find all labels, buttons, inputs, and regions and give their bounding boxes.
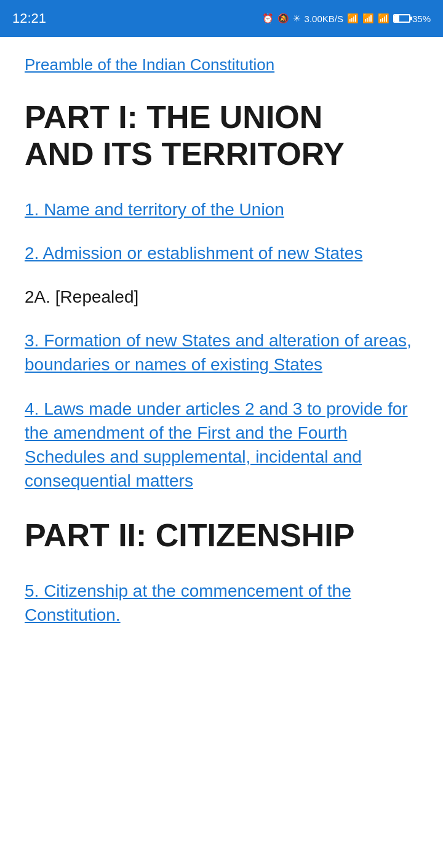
status-bar: 12:21 ⏰ 🔕 ✳ 3.00KB/S 📶 📶 📶 35% <box>0 0 443 37</box>
article-1-link[interactable]: 1. Name and territory of the Union <box>25 197 418 221</box>
preamble-link[interactable]: Preamble of the Indian Constitution <box>25 55 418 74</box>
article-2-link[interactable]: 2. Admission or establishment of new Sta… <box>25 241 418 265</box>
article-2a-static: 2A. [Repealed] <box>25 285 418 309</box>
signal-icon-2: 📶 <box>378 13 389 24</box>
battery-box <box>393 14 410 23</box>
battery-indicator: 35% <box>393 14 431 24</box>
alarm-icon: ⏰ <box>262 13 274 24</box>
battery-fill <box>394 15 399 22</box>
battery-percent: 35% <box>412 14 431 24</box>
part-1-heading: PART I: THE UNIONAND ITS TERRITORY <box>25 99 418 173</box>
status-icons: ⏰ 🔕 ✳ 3.00KB/S 📶 📶 📶 35% <box>262 13 431 24</box>
main-content: Preamble of the Indian Constitution PART… <box>0 37 443 665</box>
part-1-section: PART I: THE UNIONAND ITS TERRITORY 1. Na… <box>25 99 418 493</box>
wifi-icon: 📶 <box>347 13 359 24</box>
bluetooth-icon: ✳ <box>293 13 301 24</box>
mute-icon: 🔕 <box>277 13 289 24</box>
part-2-section: PART II: CITIZENSHIP 5. Citizenship at t… <box>25 517 418 627</box>
status-time: 12:21 <box>12 10 46 26</box>
data-speed-icon: 3.00KB/S <box>305 14 343 24</box>
part-2-heading: PART II: CITIZENSHIP <box>25 517 418 554</box>
article-4-link[interactable]: 4. Laws made under articles 2 and 3 to p… <box>25 397 418 493</box>
signal-icon-1: 📶 <box>362 13 374 24</box>
article-3-link[interactable]: 3. Formation of new States and alteratio… <box>25 328 418 376</box>
article-5-link[interactable]: 5. Citizenship at the commencement of th… <box>25 579 418 627</box>
